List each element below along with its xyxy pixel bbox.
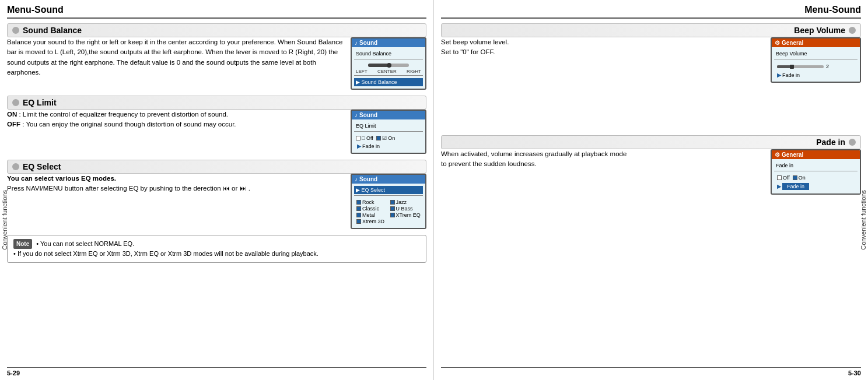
eq-select-screen: ♪ Sound ▶ EQ Select Rock Jazz Classic U … — [351, 174, 426, 229]
beep-slider-row: 2 — [774, 62, 858, 71]
eq-limit-item: EQ Limit — [354, 122, 423, 130]
music-note-icon-3: ♪ — [355, 176, 358, 182]
eq-limit-off: OFF : You can enjoy the original sound t… — [7, 119, 345, 129]
sound-balance-title: Sound Balance — [23, 26, 82, 35]
note-item-1: • You can not select NORMAL EQ. — [36, 240, 134, 247]
xtrem3d-label: Xtrem 3D — [362, 219, 384, 224]
beep-value: 2 — [826, 64, 829, 69]
metal-check — [356, 213, 361, 217]
beep-volume-header: Beep Volume — [441, 23, 861, 37]
eq-limit-fade: ▶ Fade in — [354, 142, 423, 150]
rock-check — [356, 200, 361, 205]
gray-dot-eq-limit — [12, 99, 19, 106]
sound-balance-screen-body: Sound Balance LEFT CENTER RIGHT — [352, 47, 425, 89]
music-note-icon: ♪ — [355, 40, 358, 46]
fade-in-on-off: Off On — [774, 174, 858, 182]
fade-on-checkbox — [793, 175, 797, 180]
sound-balance-header: Sound Balance — [7, 23, 426, 37]
eq-select-header: EQ Select — [7, 160, 426, 174]
fade-on-text: On — [799, 175, 806, 181]
classic-label: Classic — [362, 206, 379, 212]
left-page-number: 5-29 — [7, 370, 20, 377]
eq-options-grid: Rock Jazz Classic U Bass Metal XTrem EQ … — [354, 198, 423, 226]
note-label: Note — [13, 239, 32, 249]
right-page-number: 5-30 — [848, 370, 861, 377]
eq-classic: Classic — [356, 206, 387, 212]
xtrem-check — [390, 213, 395, 217]
sound-balance-screen-header-text: Sound — [359, 40, 377, 46]
classic-check — [356, 206, 361, 211]
fade-in-screen-header-text: General — [782, 152, 803, 158]
beep-slider — [777, 65, 824, 68]
metal-label: Metal — [362, 212, 375, 218]
beep-volume-line2: Set to "0" for OFF. — [441, 47, 765, 57]
beep-fade-text: Fade in — [782, 72, 800, 78]
sound-balance-content: Balance your sound to the right or left … — [7, 37, 426, 90]
sound-balance-slider — [368, 64, 409, 67]
general-icon: ⚙ — [775, 40, 780, 46]
right-side-label: Convenient functions — [860, 190, 867, 250]
gray-dot-sound-balance — [12, 27, 19, 34]
fade-off-option: Off — [777, 175, 790, 181]
eq-select-screen-header: ♪ Sound — [352, 175, 425, 184]
fade-on-option: On — [793, 175, 806, 181]
gray-dot-fade-in — [849, 139, 856, 146]
eq-select-section: EQ Select You can select various EQ mode… — [7, 160, 426, 229]
right-page: Menu-Sound Beep Volume Set beep volume l… — [434, 0, 868, 380]
eq-limit-content: ON : Limit the control of equalizer freq… — [7, 110, 426, 154]
beep-volume-screen: ⚙ General Beep Volume 2 ▶ — [771, 37, 861, 83]
eq-jazz: Jazz — [390, 199, 421, 205]
eq-off-option: □ Off — [356, 135, 373, 141]
ubass-check — [390, 206, 395, 211]
eq-select-screen-header-text: Sound — [359, 176, 377, 182]
fade-in-content: When activated, volume increases gradual… — [441, 149, 861, 195]
sound-balance-section: Sound Balance Balance your sound to the … — [7, 23, 426, 90]
fade-in-line2: to prevent the sudden loudness. — [441, 159, 765, 169]
rock-label: Rock — [362, 199, 374, 205]
note-box: Note • You can not select NORMAL EQ. • I… — [7, 235, 426, 263]
beep-volume-title: Beep Volume — [794, 26, 845, 35]
eq-on-option: ☑ On — [376, 135, 396, 141]
eq-limit-section: EQ Limit ON : Limit the control of equal… — [7, 96, 426, 154]
beep-volume-screen-header: ⚙ General — [772, 38, 860, 47]
beep-slider-thumb — [790, 65, 794, 69]
beep-arrow-icon: ▶ — [777, 72, 781, 78]
beep-volume-content: Set beep volume level. Set to "0" for OF… — [441, 37, 861, 83]
beep-volume-text: Set beep volume level. Set to "0" for OF… — [441, 37, 765, 58]
fade-selected-text: Fade in — [782, 183, 809, 190]
sound-balance-text: Balance your sound to the right or left … — [7, 37, 345, 78]
left-page-title: Menu-Sound — [7, 5, 426, 19]
beep-volume-line1: Set beep volume level. — [441, 37, 765, 47]
gray-dot-beep-volume — [849, 27, 856, 34]
beep-volume-screen-body: Beep Volume 2 ▶ Fade in — [772, 47, 860, 82]
eq-limit-screen-body: EQ Limit □ Off ☑ On ▶ — [352, 119, 425, 153]
eq-select-content: You can select various EQ modes. Press N… — [7, 174, 426, 229]
eq-on-text: ☑ On — [382, 135, 396, 141]
right-page-title: Menu-Sound — [441, 5, 861, 19]
eq-limit-header: EQ Limit — [7, 96, 426, 110]
left-page-footer: 5-29 — [7, 367, 426, 377]
fade-in-label: Fade in — [362, 143, 380, 149]
fade-in-screen-header: ⚙ General — [772, 150, 860, 159]
eq-select-bold: You can select various EQ modes. — [7, 174, 345, 184]
eq-select-screen-body: ▶ EQ Select Rock Jazz Classic U Bass Met… — [352, 184, 425, 228]
note-item-2: • If you do not select Xtrm EQ or Xtrm 3… — [13, 250, 318, 257]
eq-xtrem: XTrem EQ — [390, 212, 421, 218]
beep-volume-screen-item: Beep Volume — [774, 50, 858, 58]
sound-balance-slider-row — [354, 62, 423, 69]
fade-in-screen-title: Fade in — [774, 161, 858, 170]
eq-xtrem3d: Xtrem 3D — [356, 219, 387, 224]
beep-slider-fill — [777, 65, 791, 68]
fade-arrow-icon: ▶ — [777, 184, 781, 189]
eq-off-checkbox — [356, 136, 360, 140]
eq-limit-options: □ Off ☑ On — [354, 134, 423, 142]
eq-limit-text: ON : Limit the control of equalizer freq… — [7, 110, 345, 130]
right-label: RIGHT — [407, 69, 421, 74]
music-note-icon-2: ♪ — [355, 112, 358, 118]
sound-balance-screen-item1: Sound Balance — [354, 50, 423, 58]
eq-limit-screen-header-text: Sound — [359, 112, 377, 118]
center-label: CENTER — [377, 69, 397, 74]
sound-balance-labels: LEFT CENTER RIGHT — [354, 69, 423, 74]
sound-balance-slider-thumb — [387, 63, 391, 68]
fade-in-header: Pade in — [441, 135, 861, 149]
